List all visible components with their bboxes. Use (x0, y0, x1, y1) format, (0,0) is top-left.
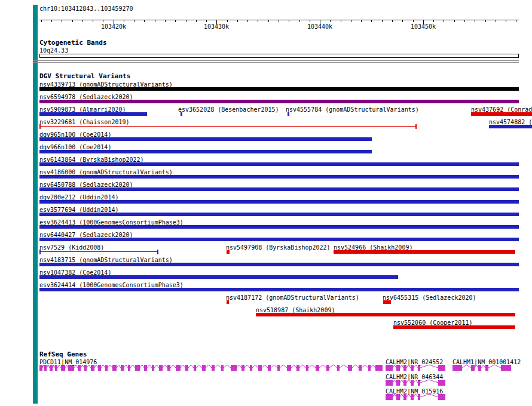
gene-glyph[interactable] (386, 394, 445, 400)
span-end-right-tick (415, 124, 417, 129)
exon-box (241, 365, 244, 371)
exon-box (438, 394, 445, 400)
ruler-minor-tick (485, 20, 486, 22)
variant-bar[interactable] (39, 175, 519, 179)
exon-box (368, 365, 371, 371)
exon-box (258, 365, 262, 371)
exon-box (386, 365, 393, 371)
exon-box (287, 365, 291, 371)
cytoband-ideogram[interactable] (39, 54, 519, 58)
variant-bar[interactable] (39, 213, 519, 216)
variant-bar[interactable] (39, 87, 519, 91)
variant-bar[interactable] (256, 313, 515, 316)
variant-bar[interactable] (39, 288, 519, 291)
exon-box (411, 380, 414, 386)
variant-span[interactable] (39, 250, 158, 254)
variant-bar[interactable] (39, 137, 372, 141)
exon-box (418, 394, 420, 400)
exon-box (418, 380, 420, 386)
exon-box (55, 365, 57, 371)
exon-box (84, 365, 87, 371)
variant-bar[interactable] (383, 300, 391, 304)
ruler-tick-label: 103450k (409, 23, 438, 30)
exon-box (221, 365, 224, 371)
exon-box (61, 365, 65, 371)
exon-box (105, 365, 108, 371)
variant-bar[interactable] (489, 125, 532, 128)
gene-glyph[interactable] (386, 380, 445, 386)
exon-box (277, 365, 280, 371)
span-end-left-tick (39, 250, 41, 254)
gene-label: CALHM2|NR_046344 (386, 374, 443, 380)
gene-glyph[interactable] (386, 365, 445, 371)
ruler-minor-tick (41, 20, 42, 22)
ruler-minor-tick (103, 20, 103, 22)
variant-bar[interactable] (39, 150, 372, 153)
exon-box (326, 365, 329, 371)
exon-box (396, 365, 400, 371)
ruler-minor-tick (227, 20, 228, 22)
ruler-minor-tick (268, 20, 269, 22)
variant-bar[interactable] (227, 250, 230, 254)
exon-box (478, 365, 481, 371)
exon-box (250, 365, 252, 371)
ruler-minor-tick (247, 20, 248, 22)
exon-box (194, 365, 196, 371)
exon-box (144, 365, 147, 371)
ruler-minor-tick (454, 20, 455, 22)
variant-bar[interactable] (288, 112, 289, 116)
variant-bar[interactable] (39, 225, 519, 229)
variant-bar[interactable] (227, 300, 229, 304)
exon-box (337, 365, 340, 371)
ruler-line[interactable] (39, 20, 519, 20)
ruler-minor-tick (186, 20, 186, 22)
ruler-minor-tick (258, 20, 258, 22)
variant-label: nsv4187172 (gnomADStructuralVariants) (226, 294, 359, 301)
variant-bar[interactable] (39, 187, 519, 191)
track-grip-strip[interactable] (33, 5, 38, 404)
variant-bar[interactable] (39, 112, 147, 116)
exon-box (50, 365, 53, 371)
exon-box (231, 365, 237, 371)
gene-glyph[interactable] (39, 365, 383, 371)
exon-box (386, 394, 393, 400)
variant-bar[interactable] (39, 238, 519, 241)
gene-label: CALHM2|NM_015916 (386, 388, 443, 395)
dgv-section-title: DGV Structural Variants (39, 73, 130, 80)
exon-box (403, 380, 406, 386)
refseq-section-title: RefSeq Genes (39, 351, 87, 358)
cytogenetic-bands-title: Cytogenetic Bands (39, 39, 107, 47)
ruler-minor-tick (175, 20, 176, 22)
exon-box (411, 365, 414, 371)
ruler-minor-tick (279, 20, 279, 22)
ruler-minor-tick (496, 20, 496, 22)
variant-bar[interactable] (181, 112, 182, 116)
ruler-minor-tick (382, 20, 383, 22)
exon-box (39, 365, 42, 371)
ruler-tick-label: 103430k (202, 23, 231, 30)
variant-bar[interactable] (39, 100, 519, 103)
variant-bar[interactable] (334, 250, 515, 254)
gene-label: CALHM1|NM_001001412 (452, 359, 521, 365)
variant-bar[interactable] (39, 275, 398, 279)
ruler-minor-tick (413, 20, 414, 22)
exon-box (121, 365, 124, 371)
variant-bar[interactable] (39, 162, 519, 166)
span-connector-line (39, 126, 417, 127)
exon-box (316, 365, 319, 371)
variant-bar[interactable] (393, 325, 515, 329)
variant-bar[interactable] (39, 263, 519, 266)
ruler-tick-label: 103420k (99, 23, 128, 30)
exon-box (152, 365, 154, 371)
variant-span[interactable] (39, 124, 417, 129)
ruler-minor-tick (62, 20, 62, 22)
ruler-minor-tick (155, 20, 155, 22)
gene-glyph[interactable] (452, 365, 511, 371)
variant-bar[interactable] (39, 200, 519, 204)
variant-bar[interactable] (471, 112, 532, 116)
span-end-right-tick (157, 250, 158, 254)
exon-box (268, 365, 271, 371)
span-connector-line (39, 251, 158, 252)
ruler-minor-tick (361, 20, 362, 22)
exon-box (112, 365, 117, 371)
